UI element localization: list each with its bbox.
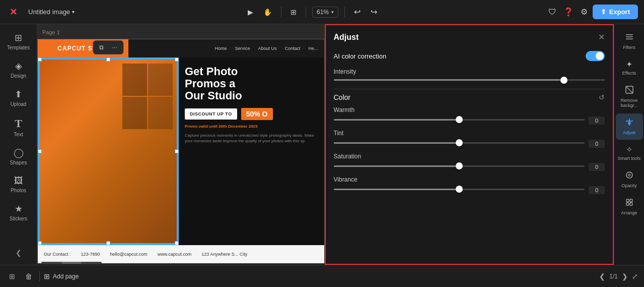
title-text: Untitled image — [28, 8, 70, 16]
shield-icon-button[interactable]: 🛡 — [546, 6, 558, 19]
handle-br[interactable] — [175, 241, 179, 245]
handle-tm[interactable] — [106, 58, 110, 62]
frame-tool-button[interactable]: ⊞ — [288, 6, 300, 18]
page-icon-button[interactable]: ⊞ — [6, 270, 18, 282]
fr-item-effects[interactable]: ✦ Effects — [616, 55, 643, 80]
color-section-header: Color ↺ — [334, 93, 605, 101]
title-chevron: ▾ — [72, 9, 75, 15]
design-body: ⧉ ··· Get Photo Promos a Our Studio — [38, 58, 324, 245]
page-next-button[interactable]: ❯ — [622, 272, 628, 280]
grid-cell-1 — [122, 64, 147, 96]
sidebar-item-upload[interactable]: ⬆ Upload — [2, 85, 35, 111]
add-page-button[interactable]: ⊞ Add page — [44, 272, 79, 280]
handle-tr[interactable] — [175, 58, 179, 62]
redo-button[interactable]: ↪ — [368, 5, 380, 19]
fr-item-filters[interactable]: Filters — [616, 28, 643, 54]
warmth-thumb[interactable] — [456, 116, 463, 123]
handle-rm[interactable] — [175, 149, 179, 153]
sidebar-item-photos[interactable]: 🖼 Photos — [2, 171, 35, 197]
settings-icon-button[interactable]: ⚙ — [579, 5, 590, 19]
help-icon-button[interactable]: ❓ — [561, 5, 576, 19]
nav-about: About Us — [258, 46, 276, 51]
vibrance-row: Vibrance — [334, 176, 605, 194]
tint-header: Tint — [334, 130, 605, 137]
upload-icon: ⬆ — [15, 89, 22, 100]
saturation-fill — [334, 165, 459, 167]
panel-close-button[interactable]: ✕ — [598, 32, 605, 42]
handle-tl[interactable] — [38, 58, 42, 62]
saturation-value[interactable] — [589, 163, 605, 171]
select-tool-button[interactable]: ▶ — [245, 6, 256, 18]
remove-bg-icon — [625, 85, 634, 96]
photos-icon: 🖼 — [14, 176, 23, 186]
fr-item-adjust[interactable]: Adjust — [616, 113, 643, 140]
design-right-content: Get Photo Promos a Our Studio DISCOUNT U… — [179, 58, 324, 245]
sidebar-item-design[interactable]: ◈ Design — [2, 56, 35, 83]
undo-button[interactable]: ↩ — [351, 5, 364, 19]
tint-value[interactable] — [589, 140, 605, 148]
divider2 — [306, 7, 306, 17]
export-button[interactable]: ⬆ Export — [593, 5, 638, 19]
vibrance-slider-track[interactable] — [334, 189, 585, 190]
handle-bl[interactable] — [38, 241, 42, 245]
footer-phone: 123-7890 — [81, 252, 100, 257]
vibrance-label: Vibrance — [334, 176, 357, 183]
footer-contact: Our Contact : — [44, 252, 71, 257]
sidebar-item-templates[interactable]: ⊞ Templates — [2, 28, 35, 54]
svg-rect-12 — [626, 203, 629, 205]
far-right-sidebar: Filters ✦ Effects Remove backgr... Adjus… — [614, 24, 644, 265]
stickers-icon: ★ — [15, 203, 23, 214]
design-label: Design — [11, 73, 26, 79]
saturation-slider-track[interactable] — [334, 165, 585, 167]
svg-rect-1 — [626, 36, 633, 37]
design-top-bar: CAPCUT STUDI Home Service About Us Conta… — [38, 39, 324, 58]
trash-button[interactable]: 🗑 — [22, 270, 35, 282]
fr-item-remove-bg[interactable]: Remove backgr... — [616, 81, 643, 113]
more-options-button[interactable]: ··· — [110, 43, 119, 52]
fullscreen-button[interactable]: ⤢ — [632, 272, 638, 280]
handle-lm[interactable] — [38, 149, 42, 153]
fr-item-opacity[interactable]: Opacity — [616, 166, 643, 193]
nav-home: Home — [214, 46, 227, 51]
warmth-value[interactable] — [589, 117, 605, 125]
headline: Get Photo Promos a Our Studio — [185, 66, 318, 102]
fr-item-arrange[interactable]: Arrange — [616, 194, 643, 220]
discount-button[interactable]: DISCOUNT UP TO — [185, 108, 237, 120]
vibrance-value[interactable] — [589, 186, 605, 194]
tint-slider-track[interactable] — [334, 142, 585, 144]
zoom-control[interactable]: 61% ▾ — [312, 7, 338, 18]
saturation-thumb[interactable] — [456, 162, 463, 169]
hand-tool-button[interactable]: ✋ — [260, 6, 275, 18]
copy-icon-button[interactable]: ⧉ — [97, 43, 106, 52]
sidebar-item-text[interactable]: T Text — [2, 113, 35, 141]
sidebar-item-stickers[interactable]: ★ Stickers — [2, 199, 35, 225]
ai-toggle[interactable] — [586, 51, 605, 61]
intensity-label: Intensity — [334, 68, 605, 75]
upload-label: Upload — [11, 101, 27, 107]
topbar-tools: ▶ ✋ ⊞ 61% ▾ ↩ ↪ — [83, 5, 542, 19]
photo-grid — [122, 64, 173, 129]
svg-rect-0 — [626, 34, 633, 35]
fr-item-smart-tools[interactable]: ✧ Smart tools — [616, 141, 643, 165]
shapes-icon: ◯ — [14, 147, 24, 158]
page-prev-button[interactable]: ❮ — [599, 272, 605, 280]
tint-thumb[interactable] — [456, 139, 463, 146]
sidebar-collapse-button[interactable]: ❮ — [12, 245, 26, 261]
left-sidebar: ⊞ Templates ◈ Design ⬆ Upload T Text ◯ S… — [0, 24, 37, 265]
warmth-slider-track[interactable] — [334, 119, 585, 121]
photos-label: Photos — [11, 188, 26, 193]
scrollbar-thumb[interactable] — [61, 262, 82, 264]
warmth-header: Warmth — [334, 106, 605, 113]
add-page-icon: ⊞ — [44, 272, 50, 280]
sidebar-item-shapes[interactable]: ◯ Shapes — [2, 143, 35, 169]
canvas-content[interactable]: CAPCUT STUDI Home Service About Us Conta… — [37, 24, 325, 260]
intensity-slider-thumb[interactable] — [560, 77, 567, 84]
handle-bm[interactable] — [106, 241, 110, 245]
design-photo[interactable]: ⧉ ··· — [38, 58, 179, 245]
footer-website: www.capcut.com — [158, 252, 192, 257]
opacity-icon — [625, 170, 634, 182]
color-reset-button[interactable]: ↺ — [599, 93, 605, 101]
intensity-slider-track[interactable] — [334, 79, 605, 81]
vibrance-thumb[interactable] — [456, 186, 463, 193]
document-title[interactable]: Untitled image ▾ — [24, 6, 79, 18]
